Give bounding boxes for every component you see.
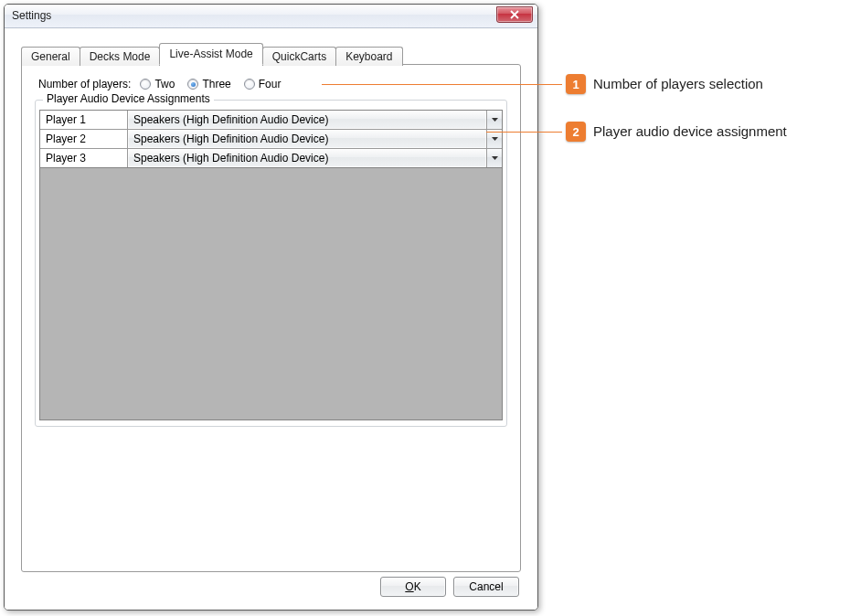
radio-three[interactable]: Three bbox=[187, 78, 230, 90]
player-label: Player 3 bbox=[40, 149, 128, 167]
device-combo-3[interactable]: Speakers (High Definition Audio Device) bbox=[128, 149, 486, 167]
player-label: Player 2 bbox=[40, 130, 128, 148]
radio-four-label: Four bbox=[259, 78, 282, 90]
window-title: Settings bbox=[12, 9, 51, 22]
tab-live-assist-mode[interactable]: Live-Assist Mode bbox=[159, 43, 262, 65]
table-row: Player 2 Speakers (High Definition Audio… bbox=[40, 130, 502, 149]
tab-decks-mode[interactable]: Decks Mode bbox=[80, 47, 161, 66]
radio-two-label: Two bbox=[154, 78, 175, 90]
dialog-buttons: OK Cancel bbox=[380, 577, 519, 597]
chevron-down-icon bbox=[492, 137, 498, 142]
table-row: Player 3 Speakers (High Definition Audio… bbox=[40, 149, 502, 168]
callout-badge-2: 2 bbox=[566, 122, 586, 142]
tab-keyboard[interactable]: Keyboard bbox=[335, 47, 402, 66]
device-combo-3-button[interactable] bbox=[486, 149, 502, 167]
tab-general[interactable]: General bbox=[21, 47, 80, 66]
callout-text-2: Player audio device assignment bbox=[593, 123, 787, 139]
device-combo-1-button[interactable] bbox=[486, 111, 502, 129]
settings-dialog: Settings General Decks Mode Live-Assist … bbox=[4, 4, 538, 611]
tab-panel: Number of players: Two Three Four Player… bbox=[21, 64, 521, 572]
ok-button[interactable]: OK bbox=[380, 577, 446, 597]
chevron-down-icon bbox=[492, 118, 498, 122]
chevron-down-icon bbox=[492, 156, 498, 161]
titlebar[interactable]: Settings bbox=[5, 5, 537, 28]
device-fieldset: Player Audio Device Assignments Player 1… bbox=[35, 100, 507, 427]
callout-text-1: Number of players selection bbox=[593, 76, 763, 91]
device-combo-1[interactable]: Speakers (High Definition Audio Device) bbox=[128, 111, 486, 129]
radio-three-label: Three bbox=[202, 78, 230, 90]
callout-line bbox=[486, 132, 562, 133]
dialog-body: General Decks Mode Live-Assist Mode Quic… bbox=[5, 28, 537, 610]
device-combo-2-button[interactable] bbox=[486, 130, 502, 148]
radio-icon bbox=[187, 79, 198, 90]
radio-icon bbox=[140, 79, 151, 90]
device-combo-2[interactable]: Speakers (High Definition Audio Device) bbox=[128, 130, 486, 148]
fieldset-legend: Player Audio Device Assignments bbox=[43, 92, 214, 105]
players-label: Number of players: bbox=[38, 78, 131, 90]
radio-two[interactable]: Two bbox=[140, 78, 175, 90]
table-row: Player 1 Speakers (High Definition Audio… bbox=[40, 111, 502, 130]
callout-line bbox=[322, 84, 562, 85]
close-button[interactable] bbox=[496, 6, 533, 23]
tab-bar: General Decks Mode Live-Assist Mode Quic… bbox=[21, 45, 521, 65]
radio-four[interactable]: Four bbox=[244, 78, 282, 90]
radio-icon bbox=[244, 79, 255, 90]
player-label: Player 1 bbox=[40, 111, 128, 129]
device-grid: Player 1 Speakers (High Definition Audio… bbox=[39, 110, 503, 420]
close-icon bbox=[510, 10, 519, 19]
tab-quickcarts[interactable]: QuickCarts bbox=[262, 47, 336, 66]
cancel-button[interactable]: Cancel bbox=[453, 577, 519, 597]
callout-badge-1: 1 bbox=[566, 74, 586, 94]
